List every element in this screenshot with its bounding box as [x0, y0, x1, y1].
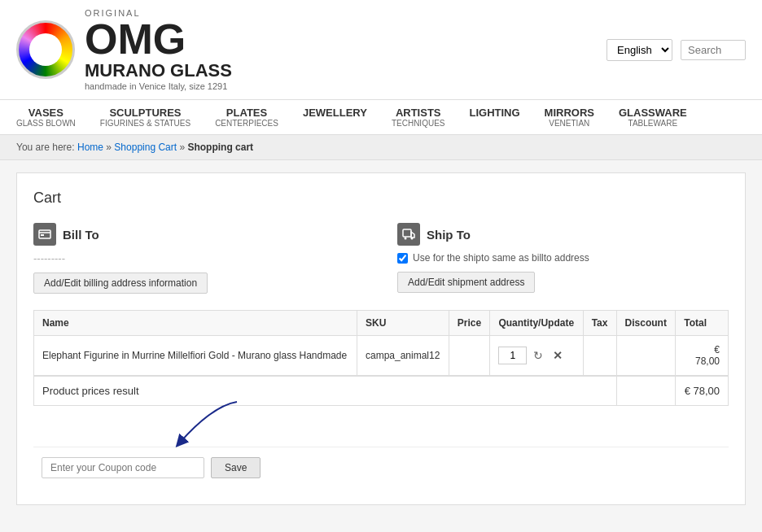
main-content: Cart Bill To --------- Add/Edit billin — [0, 160, 762, 517]
col-qty: Quantity/Update — [490, 311, 583, 336]
navigation: VASES GLASS BLOWN SCULPTURES FIGURINES &… — [0, 100, 762, 135]
cart-table: Name SKU Price Quantity/Update Tax Disco… — [33, 310, 729, 406]
cart-table-body: Elephant Figurine in Murrine Millelfiori… — [34, 336, 729, 406]
col-discount: Discount — [616, 311, 676, 336]
search-input[interactable] — [681, 40, 746, 60]
header: ORIGINAL OMG MURANO GLASS handmade in Ve… — [0, 0, 762, 100]
bill-to-dashes: --------- — [33, 252, 365, 264]
logo-handmade: handmade in Venice Italy, size 1291 — [85, 81, 232, 91]
nav-sub-glassware: TABLEWARE — [619, 119, 687, 128]
qty-input[interactable] — [498, 347, 527, 364]
nav-main-plates: PLATES — [215, 107, 278, 119]
bill-to-icon — [33, 223, 56, 246]
svg-rect-2 — [41, 234, 44, 236]
shipto-same-checkbox[interactable] — [397, 253, 408, 264]
cart-container: Cart Bill To --------- Add/Edit billin — [16, 172, 746, 505]
add-edit-billing-button[interactable]: Add/Edit billing address information — [33, 273, 208, 294]
svg-point-4 — [405, 238, 407, 240]
product-price — [449, 336, 490, 377]
arrow-annotation-icon — [115, 398, 261, 451]
svg-point-5 — [411, 238, 414, 240]
prices-result-total: € 78,00 — [676, 376, 729, 406]
product-total: € 78,00 — [676, 336, 729, 377]
nav-item-jewellery[interactable]: JEWELLERY — [303, 100, 367, 134]
ship-to-box: Ship To Use for the shipto same as billt… — [397, 223, 729, 294]
nav-main-artists: ARTISTS — [392, 107, 445, 119]
nav-sub-sculptures: FIGURINES & STATUES — [100, 119, 190, 128]
nav-main-sculptures: SCULPTURES — [100, 107, 190, 119]
cart-table-header-row: Name SKU Price Quantity/Update Tax Disco… — [34, 311, 729, 336]
breadcrumb: You are here: Home » Shopping Cart » Sho… — [0, 135, 762, 160]
product-tax — [583, 336, 616, 377]
col-price: Price — [449, 311, 490, 336]
product-discount — [616, 336, 676, 377]
col-name: Name — [34, 311, 357, 336]
ship-to-header: Ship To — [397, 223, 729, 246]
qty-controls: ↻ ✕ — [498, 347, 574, 364]
logo-circle-icon — [16, 20, 75, 79]
total-amount: 78,00 — [695, 355, 720, 367]
col-sku: SKU — [357, 311, 449, 336]
breadcrumb-shopping-cart[interactable]: Shopping Cart — [114, 142, 177, 153]
breadcrumb-current: Shopping cart — [187, 142, 253, 153]
add-edit-shipment-button[interactable]: Add/Edit shipment address — [397, 272, 535, 293]
nav-sub-mirrors: VENETIAN — [545, 119, 594, 128]
prices-result-row: Product prices result € 78,00 — [34, 376, 729, 406]
logo-circle-inner — [29, 33, 62, 66]
nav-main-mirrors: MIRRORS — [545, 107, 594, 119]
address-section: Bill To --------- Add/Edit billing addre… — [33, 223, 729, 294]
nav-main-vases: VASES — [16, 107, 76, 119]
nav-main-glassware: GLASSWARE — [619, 107, 687, 119]
nav-item-plates[interactable]: PLATES CENTERPIECES — [215, 100, 278, 134]
nav-item-vases[interactable]: VASES GLASS BLOWN — [16, 100, 76, 134]
product-name: Elephant Figurine in Murrine Millelfiori… — [34, 336, 357, 377]
header-right: English Italian — [607, 39, 746, 61]
nav-item-glassware[interactable]: GLASSWARE TABLEWARE — [619, 100, 687, 134]
breadcrumb-home[interactable]: Home — [77, 142, 103, 153]
coupon-row: Save — [33, 447, 729, 488]
total-euro-symbol: € — [714, 344, 720, 355]
logo-murano: MURANO GLASS — [85, 60, 232, 81]
bill-to-box: Bill To --------- Add/Edit billing addre… — [33, 223, 365, 294]
svg-rect-3 — [403, 229, 411, 237]
bill-to-header: Bill To — [33, 223, 365, 246]
shipto-same-label: Use for the shipto same as billto addres… — [413, 252, 589, 264]
logo-omg: OMG — [85, 18, 232, 60]
ship-to-label: Ship To — [427, 228, 471, 242]
bill-to-label: Bill To — [63, 228, 99, 242]
cart-table-head: Name SKU Price Quantity/Update Tax Disco… — [34, 311, 729, 336]
ship-to-icon — [397, 223, 420, 246]
nav-sub-artists: TECHNIQUES — [392, 119, 445, 128]
nav-main-lighting: LIGHTING — [469, 107, 519, 119]
table-row: Elephant Figurine in Murrine Millelfiori… — [34, 336, 729, 377]
col-total: Total — [676, 311, 729, 336]
coupon-save-button[interactable]: Save — [211, 457, 261, 478]
nav-item-sculptures[interactable]: SCULPTURES FIGURINES & STATUES — [100, 100, 190, 134]
product-sku: campa_animal12 — [357, 336, 449, 377]
nav-item-lighting[interactable]: LIGHTING — [469, 100, 519, 134]
breadcrumb-sep2: » — [179, 142, 185, 153]
product-qty: ↻ ✕ — [490, 336, 583, 377]
logo-area: ORIGINAL OMG MURANO GLASS handmade in Ve… — [16, 8, 232, 91]
nav-main-jewellery: JEWELLERY — [303, 107, 367, 119]
col-tax: Tax — [583, 311, 616, 336]
qty-delete-button[interactable]: ✕ — [550, 347, 566, 364]
coupon-input[interactable] — [42, 457, 204, 478]
prices-result-label: Product prices result — [34, 376, 617, 406]
nav-sub-plates: CENTERPIECES — [215, 119, 278, 128]
logo-text: ORIGINAL OMG MURANO GLASS handmade in Ve… — [85, 8, 232, 91]
shipto-same-row: Use for the shipto same as billto addres… — [397, 252, 729, 264]
breadcrumb-sep1: » — [106, 142, 112, 153]
qty-refresh-button[interactable]: ↻ — [530, 347, 546, 364]
language-select[interactable]: English Italian — [607, 39, 672, 61]
breadcrumb-prefix: You are here: — [16, 142, 75, 153]
nav-item-mirrors[interactable]: MIRRORS VENETIAN — [545, 100, 594, 134]
cart-title: Cart — [33, 190, 729, 207]
nav-sub-vases: GLASS BLOWN — [16, 119, 76, 128]
nav-item-artists[interactable]: ARTISTS TECHNIQUES — [392, 100, 445, 134]
arrow-annotation-area — [33, 406, 729, 447]
